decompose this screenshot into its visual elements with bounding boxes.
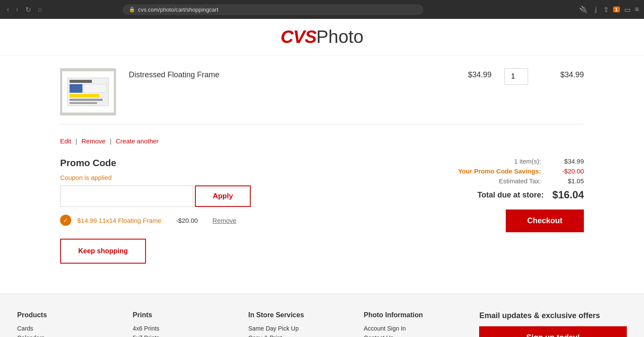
footer-products-title: Products [17, 311, 115, 319]
lock-icon: 🔒 [129, 6, 135, 12]
back-button[interactable]: ‹ [5, 4, 11, 15]
browser-chrome: ‹ › ↻ ⌂ 🔒 cvs.com/photo/cart/shoppingcar… [0, 0, 644, 19]
main-content: Distressed Floating Frame $34.99 $34.99 … [43, 55, 601, 276]
tax-value: $1.05 [550, 177, 584, 185]
right-panel: 1 item(s): $34.99 Your Promo Code Saving… [404, 158, 584, 232]
menu-icon[interactable]: ≡ [635, 6, 639, 13]
footer-products: Products Cards Calendars [17, 311, 115, 337]
left-panel: Promo Code Coupon is applied Apply ✓ $14… [60, 158, 386, 264]
footer-photo-info-title: Photo Information [364, 311, 462, 319]
items-value: $34.99 [550, 158, 584, 165]
footer-link-account-sign-in[interactable]: Account Sign In [364, 325, 462, 332]
promo-discount: -$20.00 [176, 217, 198, 224]
summary-promo-row: Your Promo Code Savings: -$20.00 [404, 167, 584, 175]
footer-link-contact-us[interactable]: Contact Us [364, 334, 462, 337]
promo-savings-label: Your Promo Code Savings: [458, 167, 541, 175]
summary-total-row: Total due at store: $16.04 [404, 189, 584, 201]
footer-link-5x7[interactable]: 5x7 Prints [133, 334, 231, 337]
browser-actions: 🔌 ｊ ⇧ 1 ▭ ≡ [579, 5, 639, 14]
logo-photo: Photo [316, 27, 364, 47]
image-line-2 [70, 94, 99, 97]
footer-email: Email updates & exclusive offers Sign up… [479, 311, 627, 337]
apply-button[interactable]: Apply [195, 185, 251, 207]
coupon-applied-msg: Coupon is applied [60, 174, 386, 181]
footer-in-store-title: In Store Services [248, 311, 346, 319]
total-value: $16.04 [553, 189, 584, 201]
separator-2: | [110, 137, 112, 145]
footer-link-calendars[interactable]: Calendars [17, 334, 115, 337]
reload-button[interactable]: ↻ [24, 4, 33, 15]
product-total-price: $34.99 [541, 68, 584, 79]
summary-items-row: 1 item(s): $34.99 [404, 158, 584, 165]
order-summary: 1 item(s): $34.99 Your Promo Code Saving… [404, 158, 584, 232]
total-label: Total due at store: [477, 191, 544, 200]
home-button[interactable]: ⌂ [36, 4, 44, 15]
create-another-link[interactable]: Create another [116, 137, 159, 145]
footer-columns: Products Cards Calendars Prints 4x6 Prin… [17, 311, 627, 337]
tax-label: Estimated Tax: [499, 177, 541, 185]
extensions-icon[interactable]: 🔌 [579, 6, 588, 14]
footer-prints-title: Prints [133, 311, 231, 319]
sign-up-button[interactable]: Sign up today! [479, 326, 627, 337]
checkout-button[interactable]: Checkout [506, 209, 584, 232]
keep-shopping-button[interactable]: Keep shopping [60, 239, 146, 264]
cast-icon[interactable]: ▭ [624, 6, 631, 14]
translate-icon[interactable]: ｊ [592, 5, 599, 14]
footer-link-cards[interactable]: Cards [17, 325, 115, 332]
promo-code-input[interactable] [60, 185, 193, 207]
footer-prints: Prints 4x6 Prints 5x7 Prints [133, 311, 231, 337]
brave-shield-badge[interactable]: 1 [613, 6, 620, 12]
remove-link[interactable]: Remove [82, 137, 106, 145]
bottom-row: Keep shopping [60, 239, 386, 264]
page-wrapper: CVSPhoto [0, 19, 644, 337]
footer-link-same-day[interactable]: Same Day Pick Up [248, 325, 346, 332]
url-text: cvs.com/photo/cart/shoppingcart [138, 6, 218, 13]
product-name: Distressed Floating Frame [129, 68, 431, 79]
promo-section: Promo Code Coupon is applied Apply ✓ $14… [60, 158, 386, 226]
summary-tax-row: Estimated Tax: $1.05 [404, 177, 584, 185]
checkmark-icon: ✓ [60, 215, 71, 226]
product-image [60, 68, 116, 115]
image-line-4 [70, 102, 97, 104]
promo-applied-row: ✓ $14.99 11x14 Floating Frame -$20.00 Re… [60, 215, 386, 226]
address-bar[interactable]: 🔒 cvs.com/photo/cart/shoppingcart [123, 4, 423, 15]
quantity-input[interactable] [504, 68, 528, 85]
promo-input-row: Apply [60, 185, 386, 207]
cart-item: Distressed Floating Frame $34.99 $34.99 [60, 68, 584, 124]
items-label: 1 item(s): [514, 158, 541, 165]
forward-button[interactable]: › [14, 4, 20, 15]
promo-savings-value: -$20.00 [550, 167, 584, 175]
image-line-3 [70, 99, 103, 101]
promo-description: $14.99 11x14 Floating Frame [77, 217, 161, 224]
edit-link[interactable]: Edit [60, 137, 71, 145]
item-actions: Edit | Remove | Create another [60, 137, 584, 145]
site-header: CVSPhoto [0, 19, 644, 55]
logo-cvs: CVS [280, 27, 316, 47]
footer-in-store: In Store Services Same Day Pick Up Copy … [248, 311, 346, 337]
footer-email-title: Email updates & exclusive offers [479, 311, 627, 320]
product-image-content [67, 78, 109, 106]
footer-photo-info: Photo Information Account Sign In Contac… [364, 311, 462, 337]
promo-remove-link[interactable]: Remove [213, 217, 237, 224]
product-unit-price: $34.99 [449, 68, 492, 79]
image-line-1 [70, 80, 91, 83]
footer-link-copy-print[interactable]: Copy & Print [248, 334, 346, 337]
separator-1: | [76, 137, 77, 145]
promo-title: Promo Code [60, 158, 386, 169]
share-icon[interactable]: ⇧ [603, 6, 609, 14]
site-footer: Products Cards Calendars Prints 4x6 Prin… [0, 294, 644, 337]
product-image-inner [62, 71, 114, 112]
footer-link-4x6[interactable]: 4x6 Prints [133, 325, 231, 332]
